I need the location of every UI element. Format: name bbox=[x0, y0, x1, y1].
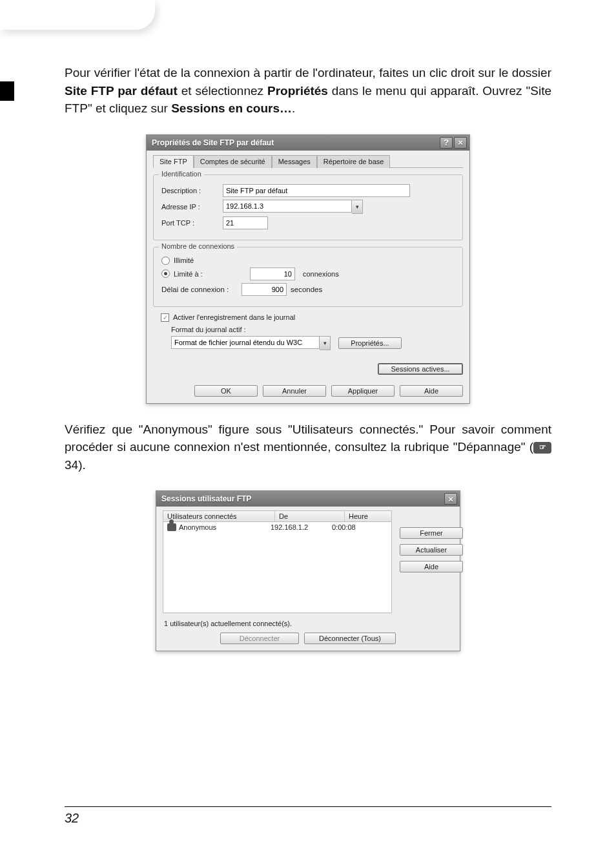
ftp-sessions-dialog: Sessions utilisateur FTP × Utilisateurs … bbox=[156, 490, 460, 651]
dialog-titlebar[interactable]: Sessions utilisateur FTP × bbox=[156, 491, 460, 507]
text: et sélectionnez bbox=[181, 84, 267, 98]
properties-button[interactable]: Propriétés... bbox=[338, 337, 402, 349]
apply-button[interactable]: Appliquer bbox=[331, 385, 395, 397]
text: ). bbox=[78, 458, 86, 472]
text-bold: Sessions en cours… bbox=[171, 101, 292, 115]
ftp-properties-dialog: Propriétés de Site FTP par défaut ? × Si… bbox=[146, 134, 470, 404]
paragraph-2: Vérifiez que "Anonymous" figure sous "Ut… bbox=[65, 421, 551, 474]
text-bold: Site FTP par défaut bbox=[65, 84, 178, 98]
text: Pour vérifier l'état de la connexion à p… bbox=[65, 66, 551, 79]
ok-button[interactable]: OK bbox=[194, 385, 258, 397]
page-corner-tab bbox=[0, 0, 155, 30]
close-icon[interactable]: × bbox=[444, 493, 457, 505]
log-format-value[interactable] bbox=[171, 336, 320, 349]
intro-paragraph: Pour vérifier l'état de la connexion à p… bbox=[65, 64, 551, 118]
page-ref: 34 bbox=[65, 458, 78, 472]
disconnect-button[interactable]: Déconnecter bbox=[220, 633, 299, 644]
col-time[interactable]: Heure bbox=[345, 511, 391, 521]
chevron-down-icon[interactable]: ▾ bbox=[320, 336, 331, 350]
radio-label: Limité à : bbox=[174, 270, 246, 278]
page-accent bbox=[0, 81, 14, 101]
tab-security[interactable]: Comptes de sécurité bbox=[194, 155, 272, 168]
dialog-titlebar[interactable]: Propriétés de Site FTP par défaut ? × bbox=[147, 135, 469, 151]
checkbox-label: Activer l'enregistrement dans le journal bbox=[173, 313, 295, 321]
reference-icon: ☞ bbox=[533, 442, 551, 454]
list-header: Utilisateurs connectés De Heure bbox=[163, 510, 392, 522]
radio-label: Illimité bbox=[174, 257, 194, 264]
tab-base-dir[interactable]: Répertoire de base bbox=[317, 155, 391, 168]
user-from: 192.168.1.2 bbox=[271, 523, 332, 531]
port-label: Port TCP : bbox=[161, 219, 223, 227]
group-title: Nombre de connexions bbox=[159, 242, 237, 250]
limit-input[interactable] bbox=[250, 267, 295, 280]
enable-logging-checkbox[interactable]: ✓ Activer l'enregistrement dans le journ… bbox=[161, 313, 463, 322]
text: Vérifiez que "Anonymous" figure sous "Ut… bbox=[65, 423, 551, 454]
list-item[interactable]: Anonymous 192.168.1.2 0:00:08 bbox=[163, 522, 391, 532]
tab-messages[interactable]: Messages bbox=[272, 155, 317, 168]
ip-input[interactable] bbox=[223, 200, 352, 213]
status-text: 1 utilisateur(s) actuellement connecté(s… bbox=[164, 620, 453, 627]
ip-combo[interactable]: ▾ bbox=[223, 200, 363, 214]
close-button[interactable]: Fermer bbox=[400, 527, 463, 539]
help-icon[interactable]: ? bbox=[440, 137, 453, 149]
description-label: Description : bbox=[161, 187, 223, 194]
delay-unit: secondes bbox=[291, 286, 322, 293]
col-users[interactable]: Utilisateurs connectés bbox=[163, 511, 275, 521]
tab-strip: Site FTP Comptes de sécurité Messages Ré… bbox=[153, 154, 463, 168]
list-body[interactable]: Anonymous 192.168.1.2 0:00:08 bbox=[163, 522, 392, 613]
user-time: 0:00:08 bbox=[332, 523, 371, 531]
page-footer: 32 bbox=[65, 806, 551, 826]
user-icon bbox=[167, 523, 176, 531]
user-name: Anonymous bbox=[179, 523, 216, 531]
radio-icon bbox=[161, 269, 170, 278]
active-sessions-button[interactable]: Sessions actives... bbox=[378, 363, 463, 375]
identification-group: Identification Description : Adresse IP … bbox=[153, 174, 463, 240]
tab-site-ftp[interactable]: Site FTP bbox=[153, 155, 194, 168]
radio-icon bbox=[161, 257, 170, 265]
group-title: Identification bbox=[159, 170, 204, 178]
dialog-title: Propriétés de Site FTP par défaut bbox=[152, 138, 438, 147]
help-button[interactable]: Aide bbox=[400, 385, 463, 397]
delay-input[interactable] bbox=[241, 283, 287, 296]
connections-group: Nombre de connexions Illimité Limité à :… bbox=[153, 247, 463, 307]
radio-unlimited[interactable]: Illimité bbox=[161, 257, 455, 265]
log-format-combo[interactable]: ▾ bbox=[171, 336, 331, 350]
radio-limited[interactable]: Limité à : connexions bbox=[161, 267, 455, 280]
text: . bbox=[292, 101, 295, 115]
help-button[interactable]: Aide bbox=[400, 561, 463, 572]
text-bold: Propriétés bbox=[267, 84, 328, 98]
cancel-button[interactable]: Annuler bbox=[263, 385, 326, 397]
refresh-button[interactable]: Actualiser bbox=[400, 544, 463, 556]
delay-label: Délai de connexion : bbox=[161, 286, 241, 293]
page-number: 32 bbox=[65, 811, 79, 825]
close-icon[interactable]: × bbox=[454, 137, 467, 149]
chevron-down-icon[interactable]: ▾ bbox=[352, 200, 363, 214]
log-format-label: Format du journal actif : bbox=[171, 326, 463, 333]
disconnect-all-button[interactable]: Déconnecter (Tous) bbox=[304, 633, 396, 644]
limit-unit: connexions bbox=[303, 270, 339, 278]
description-input[interactable] bbox=[223, 184, 410, 197]
checkbox-icon: ✓ bbox=[161, 313, 169, 322]
ip-label: Adresse IP : bbox=[161, 203, 223, 211]
dialog-title: Sessions utilisateur FTP bbox=[161, 494, 443, 503]
port-input[interactable] bbox=[223, 216, 268, 229]
col-from[interactable]: De bbox=[275, 511, 345, 521]
